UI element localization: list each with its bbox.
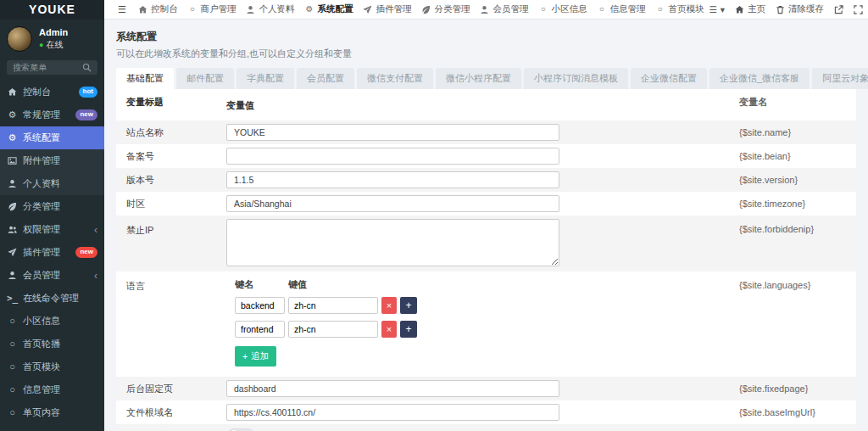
gear-icon: ⚙: [7, 133, 18, 143]
tab-member-config[interactable]: 会员配置: [297, 68, 354, 89]
config-row-site-name: 站点名称 {$site.name}: [116, 120, 856, 144]
sidebar-item-profile[interactable]: 个人资料: [0, 172, 104, 195]
plus-icon: +: [405, 299, 411, 311]
sidebar-item-members[interactable]: 会员管理 ‹: [0, 264, 104, 287]
topnav-tab-community-info[interactable]: ○ 小区信息: [533, 0, 592, 20]
sidebar-item-category[interactable]: 分类管理: [0, 195, 104, 218]
append-button[interactable]: + 追加: [235, 346, 276, 367]
dashboard-icon: [7, 87, 18, 98]
remove-entry-button[interactable]: ×: [381, 321, 397, 338]
external-link-icon: [834, 4, 843, 15]
sidebar-item-single-page[interactable]: ○ 单页内容: [0, 401, 104, 424]
new-window-button[interactable]: [834, 4, 843, 15]
tab-email-config[interactable]: 邮件配置: [176, 68, 234, 89]
menu-search-input[interactable]: [13, 63, 82, 72]
beian-input[interactable]: [226, 148, 559, 165]
circle-icon: ○: [538, 5, 548, 14]
sidebar-item-home-modules[interactable]: ○ 首页模块: [0, 355, 104, 378]
sidebar-submenu-general: ⚙ 系统配置 附件管理 个人资料: [0, 126, 104, 195]
search-icon: [82, 63, 92, 72]
language-entry-row: × +: [235, 297, 739, 314]
page-description: 可以在此增改系统的变量和分组,也可以自定义分组和变量: [116, 48, 856, 60]
home-button[interactable]: 主页: [735, 3, 765, 15]
tab-wechat-pay-config[interactable]: 微信支付配置: [357, 68, 433, 89]
add-entry-button[interactable]: +: [400, 297, 417, 314]
tab-basic-config[interactable]: 基础配置: [116, 68, 174, 89]
config-row-timezone: 时区 {$site.timezone}: [116, 192, 856, 216]
forbidden-ip-textarea[interactable]: [226, 219, 559, 266]
timezone-input[interactable]: [226, 195, 559, 212]
new-badge: new: [75, 247, 97, 258]
attachment-icon: [7, 156, 18, 166]
sidebar-item-plugins[interactable]: 插件管理 new: [0, 241, 104, 264]
tab-enterprise-wechat-service[interactable]: 企业微信_微信客服: [709, 68, 810, 89]
terminal-icon: >_: [7, 294, 18, 303]
circle-icon: ○: [7, 316, 18, 326]
site-name-input[interactable]: [226, 124, 559, 141]
topnav-tab-system-config[interactable]: ⚙ 系统配置: [299, 0, 358, 20]
new-badge: new: [75, 109, 97, 120]
sidebar-item-home-carousel[interactable]: ○ 首页轮播: [0, 333, 104, 355]
sidebar-item-terminal[interactable]: >_ 在线命令管理: [0, 287, 104, 310]
topnav-tab-profile[interactable]: 个人资料: [241, 0, 299, 20]
topnav: ☰ 控制台 ○ 商户管理 个人资料 ⚙ 系统配置 插件管理: [104, 0, 868, 20]
language-key-input[interactable]: [235, 321, 285, 338]
remove-entry-button[interactable]: ×: [381, 297, 397, 314]
user-status: ●在线: [39, 39, 68, 51]
config-row-auto-approve: 是否自动审核 {$site.is_auto_approve}: [116, 424, 856, 431]
leaf-icon: [421, 5, 431, 14]
sidebar-item-general[interactable]: ⚙ 常规管理 new: [0, 104, 104, 126]
topnav-tab-dashboard[interactable]: 控制台: [133, 0, 183, 20]
tab-dictionary-config[interactable]: 字典配置: [236, 68, 294, 89]
fixed-page-input[interactable]: [226, 380, 559, 397]
sidebar-item-attachments[interactable]: 附件管理: [0, 149, 104, 172]
users-icon: [7, 225, 18, 235]
language-value-input[interactable]: [288, 321, 378, 338]
home-icon: [735, 4, 744, 15]
topnav-tab-members[interactable]: 会员管理: [475, 0, 533, 20]
circle-icon: ○: [7, 339, 18, 349]
language-key-input[interactable]: [235, 297, 285, 314]
content: 系统配置 可以在此增改系统的变量和分组,也可以自定义分组和变量 基础配置 邮件配…: [104, 20, 868, 431]
circle-icon: ○: [187, 5, 197, 14]
topnav-tab-plugins[interactable]: 插件管理: [358, 0, 416, 20]
sidebar-toggle-icon[interactable]: ☰: [111, 4, 133, 15]
auto-approve-toggle[interactable]: [226, 428, 255, 431]
topnav-tab-info-management[interactable]: ○ 信息管理: [592, 0, 650, 20]
config-row-forbidden-ip: 禁止IP {$site.forbiddenip}: [116, 216, 856, 271]
tab-wechat-miniprogram-config[interactable]: 微信小程序配置: [436, 68, 521, 89]
circle-icon: ○: [597, 5, 606, 14]
user-panel: Admin ●在线: [0, 20, 104, 55]
sidebar-item-dashboard[interactable]: 控制台 hot: [0, 81, 104, 104]
sidebar-item-community-info[interactable]: ○ 小区信息: [0, 310, 104, 333]
chevron-left-icon: ‹: [94, 224, 97, 236]
add-entry-button[interactable]: +: [400, 321, 417, 338]
leaf-icon: [7, 202, 18, 212]
tab-aliyun-oss[interactable]: 阿里云对象存储: [812, 68, 868, 89]
sidebar-item-system-config[interactable]: ⚙ 系统配置: [0, 126, 104, 149]
tab-enterprise-wechat-config[interactable]: 企业微信配置: [631, 68, 707, 89]
language-value-input[interactable]: [288, 297, 378, 314]
tab-list-dropdown[interactable]: ☰▾: [709, 4, 725, 14]
base-img-url-input[interactable]: [226, 404, 559, 421]
table-header: 变量标题 变量值 变量名: [116, 89, 856, 120]
list-icon: ☰: [709, 4, 716, 14]
topnav-tab-category[interactable]: 分类管理: [416, 0, 475, 20]
topnav-tab-merchant[interactable]: ○ 商户管理: [182, 0, 241, 20]
fullscreen-button[interactable]: [854, 4, 863, 15]
topnav-right-tools: ☰▾ 主页 清除缓存 Admin: [709, 3, 868, 16]
config-form-panel: 变量标题 变量值 变量名 站点名称 {$site.name} 备案号 {$sit…: [116, 89, 856, 431]
app-window: YOUKE Admin ●在线 控制台 hot ⚙ 常规管理: [0, 0, 868, 431]
topnav-tab-home-modules[interactable]: ○ 首页模块: [650, 0, 709, 20]
trash-icon: [776, 4, 785, 15]
value-header: 键值: [288, 278, 381, 291]
home-icon: [138, 5, 147, 14]
sidebar-item-permissions[interactable]: 权限管理 ‹: [0, 218, 104, 241]
tab-subscribe-message-template[interactable]: 小程序订阅消息模板: [524, 68, 628, 89]
sidebar-item-info-management[interactable]: ○ 信息管理: [0, 378, 104, 401]
plugin-plane-icon: [363, 5, 372, 14]
main-area: ☰ 控制台 ○ 商户管理 个人资料 ⚙ 系统配置 插件管理: [104, 0, 868, 431]
plugin-plane-icon: [7, 248, 18, 258]
version-input[interactable]: [226, 171, 559, 188]
clear-cache-button[interactable]: 清除缓存: [776, 3, 824, 15]
